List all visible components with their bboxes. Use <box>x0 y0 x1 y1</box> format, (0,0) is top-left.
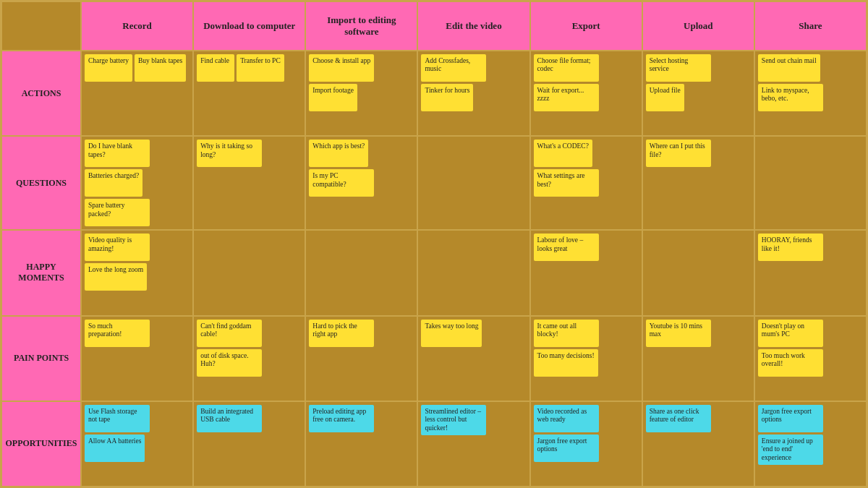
list-item: HOORAY, friends like it! <box>758 234 823 261</box>
list-item: Spare battery packed? <box>85 199 150 226</box>
opportunities-download: Build an integrated USB cable <box>193 401 305 487</box>
list-item: Jargon free export options <box>534 435 599 462</box>
actions-download: Find cable Transfer to PC <box>193 51 305 136</box>
pain-download: Can't find goddam cable! out of disk spa… <box>193 316 305 401</box>
questions-edit <box>417 136 529 230</box>
list-item: Can't find goddam cable! <box>197 320 262 347</box>
list-item: Send out chain mail <box>758 54 820 82</box>
list-item: Where can I put this file? <box>646 140 711 167</box>
pain-edit: Takes way too long <box>417 316 529 401</box>
header-share: Share <box>754 1 867 51</box>
actions-import: Choose & install app Import footage <box>305 51 417 136</box>
list-item: Is my PC compatible? <box>309 169 374 197</box>
actions-upload: Select hosting service Upload file <box>642 51 754 136</box>
list-item: Charge battery <box>85 54 132 82</box>
list-item: Preload editing app free on camera. <box>309 405 374 432</box>
happy-edit <box>417 230 529 315</box>
header-download: Download to computer <box>193 1 305 51</box>
label-actions: ACTIONS <box>1 51 81 136</box>
header-import: Import to editing software <box>305 1 417 51</box>
pain-record: So much preparation! <box>81 316 193 401</box>
list-item: Allow AA batteries <box>85 435 145 462</box>
header-record: Record <box>81 1 193 51</box>
kanban-grid: Record Download to computer Import to ed… <box>0 0 868 488</box>
list-item: Jargon free export options <box>758 405 823 432</box>
questions-import: Which app is best? Is my PC compatible? <box>305 136 417 230</box>
happy-export: Labour of love – looks great <box>530 230 642 315</box>
opportunities-share: Jargon free export options Ensure a join… <box>754 401 867 487</box>
list-item: Streamlined editor – less control but qu… <box>421 405 486 435</box>
list-item: Labour of love – looks great <box>534 234 599 261</box>
list-item: Find cable <box>197 54 234 82</box>
list-item: Choose file format; codec <box>534 54 599 82</box>
questions-export: What's a CODEC? What settings are best? <box>530 136 642 230</box>
happy-download <box>193 230 305 315</box>
questions-upload: Where can I put this file? <box>642 136 754 230</box>
pain-share: Doesn't play on mum's PC Too much work o… <box>754 316 867 401</box>
opportunities-upload: Share as one click feature of editor <box>642 401 754 487</box>
header-export: Export <box>530 1 642 51</box>
header-upload: Upload <box>642 1 754 51</box>
questions-download: Why is it taking so long? <box>193 136 305 230</box>
list-item: Link to myspace, bebo, etc. <box>758 84 823 111</box>
happy-record: Video quality is amazing! Love the long … <box>81 230 193 315</box>
list-item: Tinker for hours <box>421 84 473 111</box>
list-item: Too many decisions! <box>534 349 598 377</box>
list-item: Build an integrated USB cable <box>197 405 262 432</box>
questions-record: Do I have blank tapes? Batteries charged… <box>81 136 193 230</box>
label-opportunities: OPPORTUNITIES <box>1 401 81 487</box>
list-item: Too much work overall! <box>758 349 823 377</box>
opportunities-import: Preload editing app free on camera. <box>305 401 417 487</box>
actions-edit: Add Crossfades, music Tinker for hours <box>417 51 529 136</box>
questions-share <box>754 136 867 230</box>
pain-export: It came out all blocky! Too many decisio… <box>530 316 642 401</box>
list-item: Batteries charged? <box>85 169 142 197</box>
list-item: Doesn't play on mum's PC <box>758 320 823 347</box>
actions-record: Charge battery Buy blank tapes <box>81 51 193 136</box>
list-item: Youtube is 10 mins max <box>646 320 711 347</box>
list-item: Ensure a joined up 'end to end' experien… <box>758 435 823 465</box>
actions-export: Choose file format; codec Wait for expor… <box>530 51 642 136</box>
list-item: Video quality is amazing! <box>85 234 150 261</box>
list-item: Share as one click feature of editor <box>646 405 711 432</box>
opportunities-export: Video recorded as web ready Jargon free … <box>530 401 642 487</box>
list-item: Do I have blank tapes? <box>85 140 150 167</box>
happy-import <box>305 230 417 315</box>
pain-import: Hard to pick the right app <box>305 316 417 401</box>
label-questions: QUESTIONS <box>1 136 81 230</box>
list-item: Upload file <box>646 84 684 111</box>
opportunities-edit: Streamlined editor – less control but qu… <box>417 401 529 487</box>
label-pain-points: PAIN POINTS <box>1 316 81 401</box>
list-item: out of disk space. Huh? <box>197 349 262 377</box>
list-item: What's a CODEC? <box>534 140 592 167</box>
list-item: Buy blank tapes <box>135 54 186 82</box>
happy-upload <box>642 230 754 315</box>
list-item: Wait for export... zzzz <box>534 84 599 111</box>
corner-cell <box>1 1 81 51</box>
label-happy-moments: HAPPY MOMENTS <box>1 230 81 315</box>
happy-share: HOORAY, friends like it! <box>754 230 867 315</box>
list-item: Import footage <box>309 84 357 111</box>
pain-upload: Youtube is 10 mins max <box>642 316 754 401</box>
list-item: Select hosting service <box>646 54 711 82</box>
list-item: Hard to pick the right app <box>309 320 374 347</box>
list-item: It came out all blocky! <box>534 320 599 347</box>
actions-share: Send out chain mail Link to myspace, beb… <box>754 51 867 136</box>
list-item: Video recorded as web ready <box>534 405 599 432</box>
header-edit: Edit the video <box>417 1 529 51</box>
list-item: Add Crossfades, music <box>421 54 486 82</box>
list-item: Use Flash storage not tape <box>85 405 150 432</box>
list-item: Love the long zoom <box>85 263 147 291</box>
list-item: So much preparation! <box>85 320 150 347</box>
list-item: Choose & install app <box>309 54 374 82</box>
opportunities-record: Use Flash storage not tape Allow AA batt… <box>81 401 193 487</box>
list-item: Why is it taking so long? <box>197 140 262 167</box>
list-item: Takes way too long <box>421 320 482 347</box>
list-item: Which app is best? <box>309 140 368 167</box>
list-item: Transfer to PC <box>237 54 284 82</box>
list-item: What settings are best? <box>534 169 599 197</box>
